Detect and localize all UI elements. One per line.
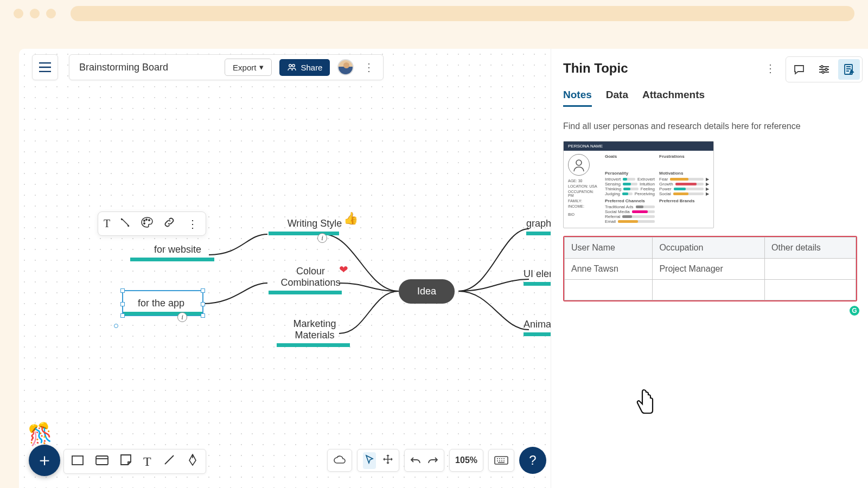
node-writing-style[interactable]: Writing Style i [285, 218, 344, 235]
connector-handle[interactable] [114, 324, 118, 328]
comments-icon[interactable] [788, 59, 810, 80]
resize-handle[interactable] [201, 313, 205, 318]
resize-handle[interactable] [120, 302, 125, 306]
panel-more-icon[interactable]: ⋮ [765, 62, 776, 75]
node-for-the-app-selected[interactable]: for the app i [122, 290, 203, 316]
text-tool-icon[interactable]: T [104, 217, 110, 230]
persona-family: FAMILY: [568, 199, 601, 203]
svg-point-2 [144, 220, 145, 221]
persona-bio: BIO [568, 213, 601, 216]
resize-handle[interactable] [120, 288, 125, 293]
menu-button[interactable] [32, 54, 58, 80]
share-label: Share [301, 63, 322, 72]
persona-income: INCOME: [568, 204, 601, 208]
text-icon[interactable]: T [143, 454, 151, 469]
lbl: Feeling [641, 187, 655, 191]
user-avatar[interactable] [337, 59, 354, 75]
node-colour-combinations[interactable]: Colour Combinations [279, 266, 342, 294]
url-bar[interactable] [71, 6, 854, 21]
add-button[interactable]: ＋ [29, 445, 60, 476]
window-dot [46, 9, 56, 18]
resize-handle[interactable] [120, 313, 125, 318]
persona-goals-label: Goals [605, 154, 655, 159]
svg-rect-6 [72, 456, 83, 465]
cell[interactable]: Anne Tawsn [565, 259, 653, 280]
palette-icon[interactable] [141, 216, 154, 231]
redo-icon[interactable] [427, 455, 438, 466]
persona-age: AGE: 30 [568, 179, 601, 183]
share-button[interactable]: Share [279, 59, 330, 76]
node-marketing-materials[interactable]: Marketing Materials [288, 318, 342, 347]
context-more-icon[interactable]: ⋮ [185, 217, 200, 230]
lbl: Email [605, 219, 616, 224]
cell[interactable]: Project Manager [653, 259, 765, 280]
persona-occupation: OCCUPATION: PM [568, 190, 601, 197]
svg-rect-10 [495, 457, 508, 464]
shape-tray: T [63, 449, 206, 474]
svg-point-1 [292, 65, 295, 67]
cell[interactable] [653, 280, 765, 300]
svg-point-5 [144, 223, 145, 224]
cell[interactable] [765, 280, 856, 300]
info-icon[interactable]: i [317, 233, 327, 243]
card-icon[interactable] [95, 454, 108, 468]
resize-handle[interactable] [201, 288, 205, 293]
tab-attachments[interactable]: Attachments [642, 89, 705, 107]
table-row[interactable] [565, 280, 856, 300]
node-graphic[interactable]: graphic s [526, 218, 551, 235]
more-menu[interactable]: ⋮ [361, 61, 376, 74]
caret-down-icon: ▾ [259, 62, 264, 72]
confetti-icon: 🎊 [25, 421, 54, 448]
move-icon[interactable] [382, 454, 393, 467]
cloud-sync[interactable] [327, 449, 352, 472]
persona-personality-label: Personality [605, 171, 655, 176]
cell[interactable] [565, 280, 653, 300]
table-row[interactable]: Anne Tawsn Project Manager [565, 259, 856, 280]
pointer-icon[interactable] [363, 452, 376, 469]
node-label-l2: Combinations [279, 277, 342, 288]
node-label: UI eleme [524, 268, 551, 280]
pen-icon[interactable] [187, 454, 198, 469]
central-node[interactable]: Idea [399, 279, 455, 304]
grammarly-icon[interactable]: G [848, 305, 860, 317]
svg-point-0 [289, 65, 292, 67]
resize-handle[interactable] [201, 302, 205, 306]
side-panel: Thin Topic ⋮ Notes Data Attachments Find… [551, 49, 868, 488]
undo-icon[interactable] [410, 455, 421, 466]
settings-sliders-icon[interactable] [813, 59, 835, 80]
rectangle-icon[interactable] [72, 454, 84, 468]
persona-card[interactable]: PERSONA NAME AGE: 30 LOCATION: USA OCCUP… [563, 141, 714, 228]
lbl: Fear [659, 177, 668, 182]
node-ui-elements[interactable]: UI eleme [524, 268, 551, 286]
lbl: Intuition [640, 182, 655, 187]
table-header-row: User Name Occupation Other details [565, 237, 856, 259]
export-button[interactable]: Export ▾ [225, 59, 272, 76]
node-for-website[interactable]: for website [146, 244, 209, 261]
link-icon[interactable] [163, 216, 175, 231]
node-label: Writing Style [285, 218, 344, 229]
svg-rect-7 [96, 456, 108, 465]
node-label-l1: Marketing [288, 318, 342, 330]
node-animation[interactable]: Animatio [524, 319, 551, 336]
svg-point-3 [146, 219, 147, 220]
persona-brands-label: Preferred Brands [659, 198, 709, 203]
keyboard-icon[interactable] [488, 449, 514, 472]
cell[interactable] [765, 259, 856, 280]
connector-icon[interactable] [120, 217, 131, 230]
user-table[interactable]: User Name Occupation Other details Anne … [563, 236, 857, 301]
board-title[interactable]: Brainstorming Board [79, 62, 168, 73]
lbl: Extrovert [637, 177, 655, 182]
notes-body[interactable]: Find all user personas and research deta… [563, 121, 857, 301]
tab-notes[interactable]: Notes [563, 89, 592, 107]
line-icon[interactable] [163, 454, 175, 469]
zoom-level[interactable]: 105% [449, 449, 483, 472]
edit-notes-icon[interactable] [838, 59, 860, 80]
svg-point-13 [822, 71, 824, 73]
help-button[interactable]: ? [519, 447, 546, 474]
sticky-note-icon[interactable] [120, 454, 131, 468]
title-bar: Brainstorming Board Export ▾ Share ⋮ [69, 54, 384, 80]
tab-data[interactable]: Data [606, 89, 628, 107]
svg-line-9 [165, 455, 174, 464]
canvas[interactable]: Brainstorming Board Export ▾ Share ⋮ T ⋮ [19, 49, 551, 488]
info-icon[interactable]: i [177, 312, 187, 322]
